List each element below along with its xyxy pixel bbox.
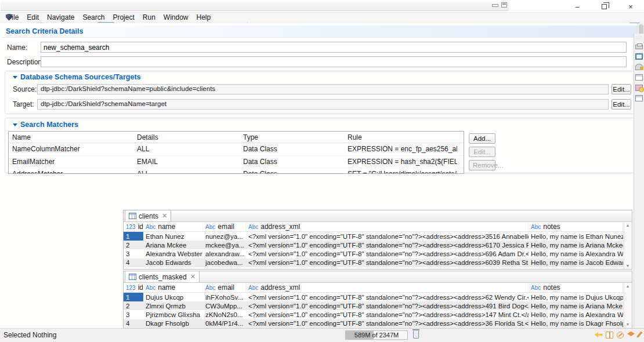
cell-address_xml[interactable]: <?xml version="1.0" encoding="UTF-8" sta… xyxy=(246,249,529,258)
garbage-collect-icon[interactable] xyxy=(413,331,419,339)
edit-target-button[interactable]: Edit... xyxy=(612,99,631,110)
cell-name[interactable]: Dkagr Fhsolgb xyxy=(143,319,203,328)
cell-id[interactable]: 4 xyxy=(124,319,143,328)
column-header-email[interactable]: Abcemail xyxy=(203,283,246,292)
cell-email[interactable]: alexandraw... xyxy=(203,249,246,258)
column-header-name[interactable]: Abcname xyxy=(143,283,203,292)
cell-email[interactable]: 0kM4/P1r4... xyxy=(203,319,246,328)
layout-view-icon[interactable] xyxy=(635,74,643,81)
scheduler-view-icon[interactable] xyxy=(635,85,643,91)
column-header-rule[interactable]: Rule xyxy=(344,133,457,141)
cell-email[interactable]: mckee@ya... xyxy=(203,241,246,249)
add-matcher-button[interactable]: Add... xyxy=(469,133,495,144)
table-row[interactable]: 3Pjrizmbcw GlixshazKNoN2s0...<?xml versi… xyxy=(124,310,632,319)
cell-notes[interactable]: Hello, my name is Dkagr Fhsolg... xyxy=(529,319,623,328)
table-row[interactable]: 2Ariana Mckeemckee@ya...<?xml version="1… xyxy=(124,241,632,249)
cell-name[interactable]: Alexandra Webster xyxy=(143,249,203,258)
column-header-notes[interactable]: Abcnotes xyxy=(529,222,623,231)
matcher-row[interactable]: AddressMatcherALLData ClassSET = "C:/Use… xyxy=(9,168,464,174)
close-icon[interactable]: ✕ xyxy=(162,212,167,220)
cell-id[interactable]: 2 xyxy=(124,301,143,310)
edit-source-button[interactable]: Edit... xyxy=(612,84,631,94)
cell-name[interactable]: Zlmrxi Qrmzb xyxy=(143,301,203,310)
target-field[interactable]: dtp-jdbc:/DarkShield?schemaName=target xyxy=(37,99,609,110)
back-icon[interactable] xyxy=(595,332,602,339)
cell-email[interactable]: CW3uMpp... xyxy=(203,301,246,310)
cell-notes[interactable]: Hello, my name is Jacob Edward... xyxy=(529,259,623,267)
column-header-notes[interactable]: Abcnotes xyxy=(529,283,623,292)
console-view-icon[interactable] xyxy=(635,53,643,60)
column-header-email[interactable]: Abcemail xyxy=(203,222,246,231)
minimize-button[interactable]: – xyxy=(564,0,591,13)
map-icon[interactable] xyxy=(606,332,613,339)
cell-email[interactable]: nunez@ya... xyxy=(203,232,246,241)
cell-id[interactable]: 3 xyxy=(124,249,143,258)
name-input[interactable] xyxy=(41,42,627,53)
edit-icon[interactable] xyxy=(636,331,642,339)
table-row[interactable]: 4Jacob Edwardsjacobedwa...<?xml version=… xyxy=(124,259,632,267)
column-header-type[interactable]: Type xyxy=(240,133,344,141)
menu-navigate[interactable]: Navigate xyxy=(43,13,78,21)
sources-section-header[interactable]: Database Schema Sources/Targets xyxy=(13,73,141,81)
clients-vscrollbar[interactable]: ▲▼ xyxy=(624,223,632,269)
clock-icon[interactable] xyxy=(617,332,624,339)
cell-address_xml[interactable]: <?xml version="1.0" encoding="UTF-8" sta… xyxy=(246,301,529,310)
table-row[interactable]: 2Zlmrxi QrmzbCW3uMpp...<?xml version="1.… xyxy=(124,301,632,310)
cell-name[interactable]: Ariana Mckee xyxy=(143,241,203,249)
cell-id[interactable]: 1 xyxy=(124,232,143,241)
cell-id[interactable]: 1 xyxy=(124,293,143,301)
table-row[interactable]: 1Ethan Nuneznunez@ya...<?xml version="1.… xyxy=(124,232,632,241)
column-header-details[interactable]: Details xyxy=(133,133,240,141)
column-header-id[interactable]: 123id xyxy=(124,283,143,292)
cell-address_xml[interactable]: <?xml version="1.0" encoding="UTF-8" sta… xyxy=(246,293,529,301)
learn-icon[interactable] xyxy=(627,332,635,339)
column-header-address_xml[interactable]: Abcaddress_xml xyxy=(246,283,529,292)
tab-clients-masked[interactable]: clients_masked ✕ xyxy=(125,271,200,282)
maximize-editor-icon[interactable] xyxy=(501,2,507,8)
column-header-name[interactable]: Name xyxy=(9,133,133,141)
cell-notes[interactable]: Hello, my name is Ethan Nunez ... xyxy=(529,232,623,241)
cell-notes[interactable]: Hello, my name is Ariana Mcke... xyxy=(529,301,623,310)
close-button[interactable]: × xyxy=(617,0,644,13)
cell-notes[interactable]: Hello, my name is Dujus Ukcqp ... xyxy=(529,293,623,301)
remove-matcher-button[interactable]: Remove... xyxy=(469,160,495,170)
security-view-icon[interactable] xyxy=(635,64,643,70)
cell-address_xml[interactable]: <?xml version="1.0" encoding="UTF-8" sta… xyxy=(246,241,529,249)
source-field[interactable]: dtp-jdbc:/DarkShield?schemaName=public&i… xyxy=(37,84,609,94)
description-input[interactable] xyxy=(41,56,627,67)
matcher-row[interactable]: NameColumnMatcherALLData ClassEXPRESSION… xyxy=(9,143,464,156)
table-view-icon[interactable] xyxy=(635,95,643,101)
cell-name[interactable]: Dujus Ukcqp xyxy=(143,293,203,301)
cell-address_xml[interactable]: <?xml version="1.0" encoding="UTF-8" sta… xyxy=(246,310,529,319)
cell-id[interactable]: 4 xyxy=(124,259,143,267)
printer-view-icon[interactable] xyxy=(635,45,643,49)
table-row[interactable]: 4Dkagr Fhsolgb0kM4/P1r4...<?xml version=… xyxy=(124,319,632,328)
cell-id[interactable]: 3 xyxy=(124,310,143,319)
minimize-editor-icon[interactable] xyxy=(492,2,498,8)
table-row[interactable]: 1Dujus UkcqpihFXohoSv...<?xml version="1… xyxy=(124,293,632,301)
edit-matcher-button[interactable]: Edit... xyxy=(469,147,495,157)
cell-email[interactable]: jacobedwa... xyxy=(203,259,246,267)
cell-name[interactable]: Jacob Edwards xyxy=(143,259,203,267)
close-icon[interactable]: ✕ xyxy=(190,273,196,281)
restore-button[interactable] xyxy=(591,0,617,13)
cell-name[interactable]: Ethan Nunez xyxy=(143,232,203,241)
matchers-section-header[interactable]: Search Matchers xyxy=(13,121,78,129)
tab-clients[interactable]: clients ✕ xyxy=(125,210,171,221)
matcher-row[interactable]: EmailMatcherEMAILData ClassEXPRESSION = … xyxy=(9,156,464,169)
cell-notes[interactable]: Hello, my name is Alexandra W... xyxy=(529,310,623,319)
cell-email[interactable]: zKNoN2s0... xyxy=(203,310,246,319)
menu-project[interactable]: Project xyxy=(108,13,138,21)
clients-masked-vscrollbar[interactable]: ▲▼ xyxy=(624,283,632,328)
menu-run[interactable]: Run xyxy=(139,13,160,21)
cell-name[interactable]: Pjrizmbcw Glixsha xyxy=(143,310,203,319)
drag-handle[interactable]: :::: xyxy=(636,35,643,39)
cell-notes[interactable]: Hello, my name is Alexandra We... xyxy=(529,249,623,258)
menu-window[interactable]: Window xyxy=(160,13,193,21)
table-row[interactable]: 3Alexandra Websteralexandraw...<?xml ver… xyxy=(124,249,632,258)
column-header-id[interactable]: 123id xyxy=(124,222,143,231)
cell-email[interactable]: ihFXohoSv... xyxy=(203,293,246,301)
menu-edit[interactable]: Edit xyxy=(23,13,43,21)
cell-id[interactable]: 2 xyxy=(124,241,143,249)
cell-address_xml[interactable]: <?xml version="1.0" encoding="UTF-8" sta… xyxy=(246,259,529,267)
